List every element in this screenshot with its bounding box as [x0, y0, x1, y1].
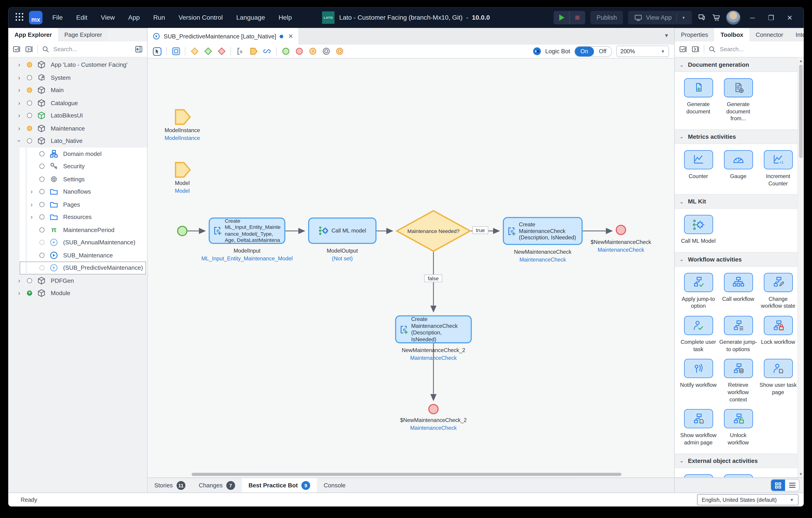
- activity-create-modelinput[interactable]: e CreateML_Input_Entity_Maintenance_Mode…: [209, 218, 285, 244]
- edge-label-false[interactable]: false: [424, 275, 442, 282]
- dock-tab-changes[interactable]: Changes7: [192, 478, 242, 492]
- tab-app-explorer[interactable]: App Explorer: [8, 28, 58, 41]
- continue-event-tool-icon[interactable]: [335, 47, 344, 56]
- tree-item-lato-native[interactable]: ›Lato_Native: [8, 135, 147, 147]
- merge-tool-icon[interactable]: [203, 47, 212, 56]
- apps-grid-icon[interactable]: [16, 13, 25, 22]
- parameter-tool-icon[interactable]: [249, 47, 258, 56]
- toolbox-item-show-user-task-page[interactable]: Show user task page: [759, 359, 797, 403]
- mendix-logo[interactable]: mx: [29, 11, 42, 25]
- toolbox-item-show-workflow-admin-page[interactable]: Show workflow admin page: [679, 409, 717, 446]
- chevron-right-icon[interactable]: ›: [17, 99, 22, 107]
- section-ml-kit[interactable]: ⌄ML Kit: [675, 194, 798, 209]
- end-event-true[interactable]: [616, 225, 626, 235]
- logic-bot-off[interactable]: Off: [594, 47, 611, 56]
- chevron-right-icon[interactable]: ›: [17, 61, 22, 68]
- section-external-object-activities[interactable]: ⌄External object activities: [675, 454, 798, 468]
- tree-item-resources[interactable]: ›Resources: [20, 211, 147, 223]
- activity-call-ml-model[interactable]: Call ML model: [308, 218, 377, 244]
- toolbox-item-increment-counter[interactable]: +1Increment Counter: [759, 150, 797, 187]
- parameter-model[interactable]: [174, 162, 191, 178]
- dock-tab-stories[interactable]: Stories11: [148, 478, 192, 492]
- toolbox-item-lock-workflow[interactable]: Lock workflow: [759, 316, 797, 353]
- logic-bot-on[interactable]: On: [575, 47, 594, 56]
- toolbox-item-generate-document-from[interactable]: Generate document from...: [719, 78, 757, 122]
- expand-all-icon[interactable]: [679, 45, 687, 53]
- tab-properties[interactable]: Properties: [675, 28, 715, 41]
- error-event-tool-icon[interactable]: [308, 47, 317, 56]
- scroll-down-icon[interactable]: ▼: [798, 472, 804, 477]
- activity-tool-icon[interactable]: [171, 47, 180, 56]
- toolbox-item-delete-external-object[interactable]: eDelete external object: [679, 474, 717, 477]
- decision-tool-icon[interactable]: [190, 47, 199, 56]
- language-select[interactable]: English, United States (default)▼: [697, 494, 799, 506]
- toolbox-item-apply-jump-to-option[interactable]: Apply jump-to option: [679, 273, 717, 310]
- collapse-panel-icon[interactable]: [135, 45, 143, 53]
- tab-integration[interactable]: Integration: [789, 28, 804, 41]
- tree-item-domain-model[interactable]: ›Domain model: [20, 147, 147, 160]
- run-button[interactable]: [553, 11, 569, 25]
- tree-item-security[interactable]: ›Security: [20, 160, 147, 173]
- toolbox-item-change-workflow-state[interactable]: Change workflow state: [759, 273, 797, 310]
- tree-item-system[interactable]: ›System: [8, 71, 147, 84]
- tree-item-settings[interactable]: ›Settings: [20, 173, 147, 185]
- section-workflow-activities[interactable]: ⌄Workflow activities: [675, 252, 798, 266]
- toolbox-item-send-external-object[interactable]: eSend external object: [719, 474, 757, 477]
- grid-view-button[interactable]: [771, 480, 785, 491]
- close-button[interactable]: ✕: [783, 14, 796, 22]
- close-tab-icon[interactable]: ✕: [288, 33, 293, 40]
- chevron-right-icon[interactable]: ›: [17, 277, 22, 284]
- toolbox-item-call-ml-model[interactable]: Call ML Model: [679, 215, 717, 245]
- section-metrics-activities[interactable]: ⌄Metrics activities: [675, 130, 798, 144]
- menu-language[interactable]: Language: [230, 7, 272, 28]
- select-tool-icon[interactable]: [153, 47, 162, 56]
- menu-run[interactable]: Run: [147, 7, 172, 28]
- error-split-tool-icon[interactable]: [217, 47, 226, 56]
- toolbox-search-input[interactable]: Search...: [720, 46, 800, 52]
- feedback-icon[interactable]: [697, 13, 706, 22]
- toolbox-item-call-workflow[interactable]: Call workflow: [719, 273, 757, 310]
- scroll-thumb[interactable]: [799, 65, 803, 158]
- toolbox-item-gauge[interactable]: Gauge: [719, 150, 757, 187]
- tree-item-catalogue[interactable]: ›Catalogue: [8, 96, 147, 109]
- marketplace-cart-icon[interactable]: [712, 13, 721, 22]
- menu-edit[interactable]: Edit: [69, 7, 94, 28]
- toolbox-item-unlock-workflow[interactable]: Unlock workflow: [719, 409, 757, 446]
- annotation-tool-icon[interactable]: a: [236, 47, 244, 56]
- canvas-horizontal-scrollbar[interactable]: [148, 472, 674, 477]
- menu-help[interactable]: Help: [272, 7, 298, 28]
- chevron-right-icon[interactable]: ›: [17, 124, 22, 132]
- tree-item-sub-annualmaintenance[interactable]: ›(SUB_AnnualMaintenance): [20, 236, 147, 249]
- scroll-up-icon[interactable]: ▲: [798, 59, 804, 63]
- edge-label-true[interactable]: true: [472, 226, 489, 234]
- expand-selection-icon[interactable]: [12, 45, 21, 53]
- chevron-right-icon[interactable]: ›: [29, 188, 34, 196]
- start-event-tool-icon[interactable]: [281, 47, 290, 56]
- view-app-caret-icon[interactable]: ▼: [682, 15, 686, 20]
- tree-item-maintenance[interactable]: ›Maintenance: [8, 122, 147, 135]
- break-event-tool-icon[interactable]: [322, 47, 330, 56]
- toolbox-scrollbar[interactable]: ▲ ▼: [798, 57, 804, 477]
- tree-item-module[interactable]: ›Module: [8, 287, 147, 299]
- restore-button[interactable]: ❐: [764, 14, 778, 22]
- dock-tab-best-practice-bot[interactable]: Best Practice Bot9: [242, 478, 317, 492]
- zoom-select[interactable]: 200%▼: [616, 46, 669, 57]
- toolbox-item-generate-jump-to-options[interactable]: Generate jump-to options: [719, 316, 757, 353]
- chevron-right-icon[interactable]: ›: [29, 201, 34, 208]
- microflow-canvas[interactable]: ModelInstanceModelInstance ModelModel e …: [148, 59, 674, 478]
- activity-create-maintenancecheck-2[interactable]: e CreateMaintenanceCheck(Description, Is…: [395, 315, 472, 343]
- toolbox-item-complete-user-task[interactable]: Complete user task: [679, 316, 717, 353]
- tab-list-caret-icon[interactable]: ▼: [664, 33, 669, 38]
- chevron-right-icon[interactable]: ›: [17, 112, 22, 119]
- minimize-button[interactable]: ─: [746, 14, 759, 22]
- collapse-all-icon[interactable]: [691, 45, 699, 53]
- tab-connector[interactable]: Connector: [750, 28, 790, 41]
- tree-item-maintenanceperiod[interactable]: ›πMaintenancePeriod: [20, 223, 147, 236]
- menu-app[interactable]: App: [121, 7, 146, 28]
- chevron-down-icon[interactable]: ›: [16, 138, 23, 144]
- parameter-modelinstance[interactable]: [174, 109, 191, 125]
- tab-toolbox[interactable]: Toolbox: [715, 28, 750, 41]
- stop-button[interactable]: [569, 11, 585, 25]
- toolbox-item-generate-document[interactable]: Generate document: [679, 78, 717, 122]
- dock-tab-console[interactable]: Console: [317, 478, 352, 492]
